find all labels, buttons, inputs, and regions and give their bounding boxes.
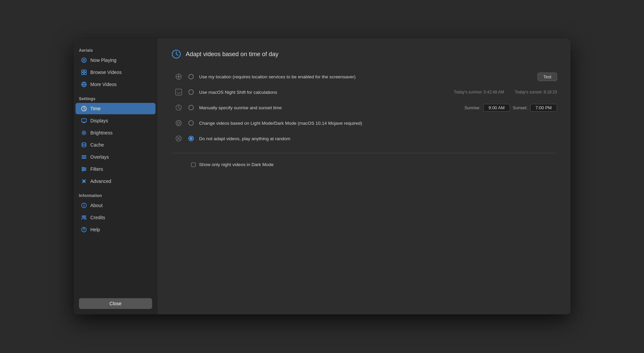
svg-line-61 <box>177 121 177 121</box>
sidebar-item-advanced[interactable]: Advanced <box>76 175 155 187</box>
option-manual: Manually specify sunrise and sunset time… <box>174 100 557 115</box>
sidebar-item-about[interactable]: About <box>76 200 155 211</box>
sidebar-group3-label: Information <box>74 191 157 199</box>
sidebar-item-filters[interactable]: Filters <box>76 163 155 175</box>
svg-line-64 <box>177 125 177 125</box>
svg-rect-4 <box>82 73 84 75</box>
section-title: Adapt videos based on time of day <box>186 51 278 58</box>
svg-line-46 <box>176 54 178 55</box>
radio-use-location[interactable] <box>188 74 194 79</box>
radio-random[interactable] <box>188 136 194 141</box>
manual-icon <box>174 103 183 112</box>
svg-line-11 <box>84 109 85 109</box>
browse-icon <box>81 69 87 75</box>
sidebar: Aerials Now Playing Browse Videos <box>74 39 157 314</box>
sidebar-item-browse-videos[interactable]: Browse Videos <box>76 67 155 78</box>
radio-light-dark[interactable] <box>188 120 194 126</box>
sidebar-item-cache-label: Cache <box>90 142 104 148</box>
about-icon <box>81 202 87 208</box>
close-button-container: Close <box>74 294 157 314</box>
svg-point-24 <box>82 143 86 145</box>
svg-rect-2 <box>82 70 84 72</box>
option-use-location-label: Use my location (requires location servi… <box>199 74 532 79</box>
sidebar-item-overlays-label: Overlays <box>90 154 109 160</box>
light-dark-icon <box>174 119 183 127</box>
sidebar-item-now-playing[interactable]: Now Playing <box>76 54 155 66</box>
sidebar-group2-label: Settings <box>74 94 157 103</box>
radio-manual[interactable] <box>188 105 194 110</box>
sidebar-item-help[interactable]: Help <box>76 224 155 235</box>
option-random-label: Do not adapt videos, play anything at ra… <box>199 136 557 141</box>
sidebar-item-brightness-label: Brightness <box>90 130 112 135</box>
sidebar-item-advanced-label: Advanced <box>90 179 111 184</box>
test-button[interactable]: Test <box>538 73 557 81</box>
main-content: Adapt videos based on time of day Use my… <box>157 39 570 314</box>
play-icon <box>81 57 87 63</box>
night-shift-icon <box>174 88 183 96</box>
displays-icon <box>81 118 87 124</box>
svg-point-1 <box>83 59 85 61</box>
svg-rect-25 <box>82 155 86 156</box>
svg-point-31 <box>82 167 84 168</box>
sunset-label: Sunset: <box>513 105 527 110</box>
sidebar-item-about-label: About <box>90 203 103 208</box>
option-manual-label: Manually specify sunrise and sunset time <box>199 105 459 110</box>
sidebar-item-overlays[interactable]: Overlays <box>76 151 155 163</box>
svg-line-21 <box>85 134 86 135</box>
section-header-icon <box>171 49 182 60</box>
sidebar-item-more-videos[interactable]: More Videos <box>76 79 155 90</box>
svg-line-20 <box>82 131 83 132</box>
svg-point-56 <box>178 122 180 124</box>
svg-point-40 <box>82 216 84 218</box>
sunset-info: Today's sunset: 8:18:23 <box>515 90 557 94</box>
sidebar-item-help-label: Help <box>90 227 100 232</box>
svg-point-15 <box>83 132 85 134</box>
time-icon <box>81 106 87 112</box>
sidebar-item-browse-videos-label: Browse Videos <box>90 70 122 75</box>
option-use-location: Use my location (requires location servi… <box>174 69 557 84</box>
sunset-input[interactable] <box>530 104 557 112</box>
sunrise-label: Sunrise: <box>464 105 480 110</box>
sunrise-info: Today's sunrise: 5:42:48 AM <box>454 90 504 94</box>
credits-icon <box>81 214 87 221</box>
sidebar-item-credits[interactable]: Credits <box>76 212 155 223</box>
advanced-icon <box>81 178 87 184</box>
svg-line-22 <box>85 131 86 132</box>
option-light-dark: Change videos based on Light Mode/Dark M… <box>174 115 557 131</box>
option-night-shift: Use macOS Night Shift for calculations T… <box>174 84 557 100</box>
svg-line-62 <box>180 125 181 125</box>
svg-point-0 <box>82 58 86 63</box>
sidebar-group1-label: Aerials <box>74 45 157 54</box>
sidebar-item-brightness[interactable]: Brightness <box>76 127 155 139</box>
option-random: Do not adapt videos, play anything at ra… <box>174 131 557 146</box>
sidebar-item-time[interactable]: Time <box>76 103 155 114</box>
sidebar-item-now-playing-label: Now Playing <box>90 57 117 63</box>
sidebar-item-displays[interactable]: Displays <box>76 115 155 126</box>
overlays-icon <box>81 154 87 160</box>
svg-line-63 <box>180 121 181 121</box>
random-icon <box>174 134 183 143</box>
svg-rect-26 <box>82 157 86 157</box>
radio-night-shift[interactable] <box>188 89 194 95</box>
svg-rect-5 <box>84 73 86 75</box>
svg-line-54 <box>179 108 180 109</box>
sidebar-item-more-videos-label: More Videos <box>90 82 117 87</box>
sidebar-item-filters-label: Filters <box>90 166 103 172</box>
svg-point-39 <box>84 204 84 205</box>
sidebar-item-time-label: Time <box>90 106 101 111</box>
svg-point-33 <box>82 170 84 171</box>
svg-rect-3 <box>84 70 86 72</box>
close-button[interactable]: Close <box>79 298 152 309</box>
cache-icon <box>81 142 87 148</box>
checkbox-row: Show only night videos in Dark Mode <box>191 160 557 169</box>
svg-point-50 <box>178 76 179 77</box>
option-night-shift-label: Use macOS Night Shift for calculations <box>199 90 445 95</box>
checkbox-label: Show only night videos in Dark Mode <box>199 162 274 167</box>
sidebar-item-cache[interactable]: Cache <box>76 139 155 151</box>
option-light-dark-label: Change videos based on Light Mode/Dark M… <box>199 121 557 126</box>
help-icon <box>81 227 87 233</box>
filters-icon <box>81 166 87 172</box>
svg-point-32 <box>84 168 86 170</box>
night-videos-checkbox[interactable] <box>191 162 196 167</box>
sunrise-input[interactable] <box>483 104 510 112</box>
